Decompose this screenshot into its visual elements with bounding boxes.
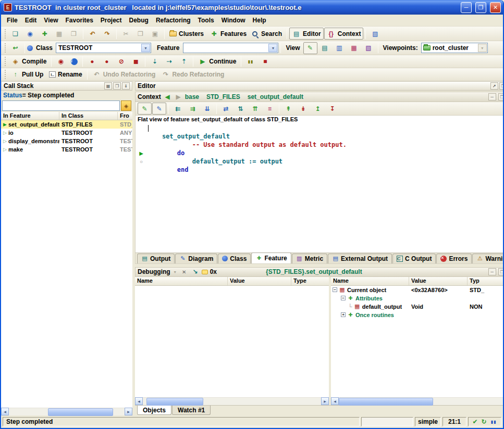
stack-filter-input[interactable] [2,100,120,111]
gutter[interactable]: ○ [136,159,147,165]
column-in-feature[interactable]: In Feature [1,112,59,120]
scrollbar-thumb[interactable] [48,408,113,416]
undo-refactoring-button[interactable]: ↶Undo Refactoring [90,69,158,81]
toolbar-grip[interactable] [4,70,6,79]
view-flat-button[interactable]: ▥ [333,42,347,54]
code-line[interactable]: set_output_default [136,132,504,141]
watch-empty-area[interactable] [135,286,329,398]
swap-view-button[interactable]: ⇄ [219,103,233,115]
tab-watch-1[interactable]: Watch #1 [172,406,211,415]
tab-c-output[interactable]: CC Output [392,254,436,263]
view-basic-button[interactable]: ▤ [318,42,332,54]
toolbar-grip[interactable] [4,29,6,39]
suppliers-button[interactable]: ↧ [325,103,339,115]
maximize-panel-icon[interactable]: ❐ [498,268,504,275]
interface-view-button[interactable]: ≡ [263,103,277,115]
scroll-right-icon[interactable]: ▶ [321,397,329,405]
rename-button[interactable]: I..Rename [46,69,84,80]
assigners-button[interactable]: ⇊ [200,103,214,115]
breakpoint-slot-icon[interactable]: ○ [140,159,143,165]
tab-errors[interactable]: ✕Errors [436,254,472,263]
objects-hscrollbar[interactable]: ◀ ▶ [331,397,504,405]
watch-hscrollbar[interactable]: ◀ ▶ [135,397,329,405]
toolbar-grip[interactable] [4,43,6,53]
descendants-button[interactable]: ↡ [296,103,310,115]
code-editor[interactable]: set_output_default -- Use standard outpu… [135,123,504,253]
column-name[interactable]: Name [331,277,409,285]
open-button[interactable]: ◉ [23,28,37,40]
ancestors-button[interactable]: ↟ [281,103,296,115]
send-to-button[interactable]: ↩ [8,42,22,54]
objects-empty-area[interactable] [331,319,504,398]
view-edit-button[interactable]: ✎ [303,42,317,54]
copy-button[interactable]: ❐ [133,28,147,40]
add-button[interactable]: ✚ [38,28,52,40]
code-line[interactable]: ▶ do [136,149,504,157]
search-button[interactable]: Search [250,29,285,39]
stop-button[interactable]: ■ [258,56,272,68]
restore-panel-icon[interactable]: ↗ [490,82,498,90]
object-tree-row[interactable]: └▦default_output Void NON [331,302,504,311]
tab-diagram[interactable]: ✎Diagram [175,254,217,263]
menu-favorites[interactable]: Favorites [62,16,96,25]
chevron-down-icon[interactable]: ▼ [141,44,150,52]
code-line[interactable]: ○ default_output := output [136,157,504,166]
cut-button[interactable]: ✂ [119,28,133,40]
minimize-panel-icon[interactable]: ─ [488,93,496,100]
scroll-left-icon[interactable]: ◀ [135,397,143,405]
minimize-panel-icon[interactable]: ⇓ [122,82,130,90]
viewpoints-combobox[interactable]: root_cluster ▼ [421,43,488,53]
toolbar-grip[interactable] [4,57,6,66]
paste-button[interactable]: ▣ [148,28,162,40]
redo-button[interactable]: ↷ [100,28,114,40]
edit-feature-button[interactable]: ✎ [138,103,152,115]
edit-class-button[interactable]: ✎ [152,103,166,115]
menu-edit[interactable]: Edit [21,16,41,25]
tab-feature[interactable]: ✚Feature [251,253,291,263]
breadcrumb-base[interactable]: base [185,93,199,100]
breadcrumb-feature[interactable]: set_output_default [248,93,303,100]
continue-button[interactable]: ▶Continue [195,56,239,68]
titlebar[interactable]: E TESTROOT in cluster root_cluster locat… [1,0,503,15]
hex-toggle[interactable]: 0x [210,268,217,275]
step-over-button[interactable]: ⇢ [162,56,176,68]
pull-up-button[interactable]: ↑Pull Up [8,69,46,81]
menu-refactoring[interactable]: Refactoring [152,16,194,25]
code-line[interactable]: -- Use standard output as default output… [136,141,504,149]
editor-header[interactable]: Editor ↗ ❐ ✕ [135,81,504,91]
menu-debug[interactable]: Debug [126,16,152,25]
menu-window[interactable]: Window [218,16,249,25]
comment-icon[interactable] [202,270,208,274]
column-name[interactable]: Name [135,277,228,285]
minimize-panel-icon[interactable]: ─ [488,268,496,275]
code-line[interactable] [136,124,504,132]
call-stack-row[interactable]: ▷make TESTROOT TEST [1,145,132,154]
maximize-panel-icon[interactable]: ❐ [498,93,504,100]
flat-view-button[interactable]: ⇈ [248,103,262,115]
scroll-left-icon[interactable]: ◀ [331,397,339,405]
clusters-button[interactable]: Clusters [167,29,206,39]
redo-refactoring-button[interactable]: ↷Redo Refactoring [158,69,227,81]
contract-view-button[interactable]: ⇅ [233,103,248,115]
info-button[interactable]: i [68,57,80,67]
debugging-header[interactable]: Debugging ▼ ✕ ↘ 0x {STD_FILES}.set_outpu… [135,267,504,277]
chevron-down-icon[interactable]: ▼ [173,268,178,276]
callees-button[interactable]: ⇉ [186,103,200,115]
menu-tools[interactable]: Tools [194,16,218,25]
call-stack-row[interactable]: ▶set_output_default STD_FILES STD_ [1,120,132,129]
new-window-button[interactable]: ❏ [8,28,22,40]
stack-depth-button[interactable]: ◈ [121,100,131,111]
column-in-class[interactable]: In Class [59,112,118,120]
column-from[interactable]: Fro [118,112,132,120]
enable-all-breakpoints-button[interactable]: ● [100,56,114,68]
class-combobox[interactable]: TESTROOT ▼ [56,43,151,53]
compile-button[interactable]: ◈Compile [8,56,49,68]
object-tree-row[interactable]: −✚Attributes [331,294,504,302]
code-line[interactable]: end [136,166,504,174]
melt-button[interactable]: ◉ [54,56,68,68]
view-interface-button[interactable]: ▧ [362,42,376,54]
diagram-tool-button[interactable]: ▧ [368,28,382,40]
tab-warnings[interactable]: ⚠Warnings [472,254,504,263]
save-panel-icon[interactable]: ▦ [104,82,112,90]
history-forward-icon[interactable]: ▶ [174,93,183,102]
